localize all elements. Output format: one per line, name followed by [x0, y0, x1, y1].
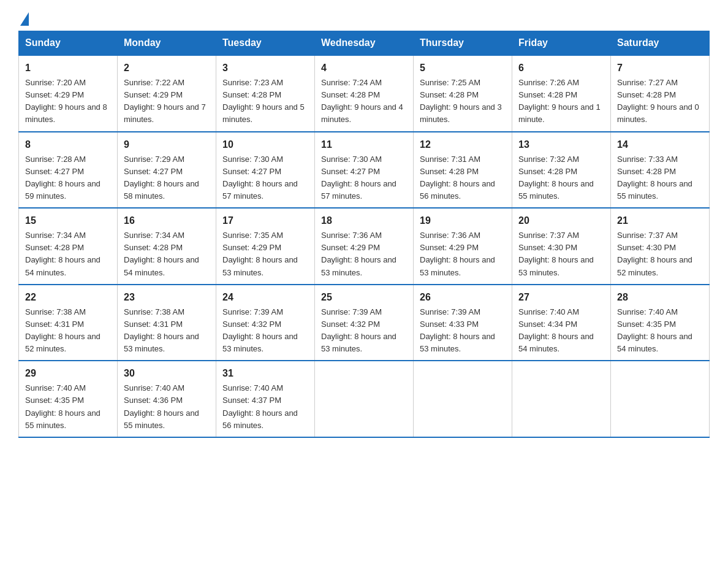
- calendar-cell: 9Sunrise: 7:29 AMSunset: 4:27 PMDaylight…: [118, 132, 216, 209]
- calendar-cell: 6Sunrise: 7:26 AMSunset: 4:28 PMDaylight…: [512, 55, 611, 132]
- day-info: Sunrise: 7:40 AMSunset: 4:35 PMDaylight:…: [617, 306, 703, 356]
- calendar-cell: [315, 361, 414, 437]
- calendar-week-row: 29Sunrise: 7:40 AMSunset: 4:35 PMDayligh…: [19, 361, 710, 437]
- day-info: Sunrise: 7:32 AMSunset: 4:28 PMDaylight:…: [518, 153, 604, 203]
- day-info: Sunrise: 7:38 AMSunset: 4:31 PMDaylight:…: [25, 306, 111, 356]
- day-info: Sunrise: 7:22 AMSunset: 4:29 PMDaylight:…: [124, 77, 210, 126]
- day-info: Sunrise: 7:34 AMSunset: 4:28 PMDaylight:…: [25, 229, 111, 279]
- day-number: 5: [420, 61, 506, 75]
- calendar-cell: 23Sunrise: 7:38 AMSunset: 4:31 PMDayligh…: [118, 285, 216, 361]
- calendar-cell: 22Sunrise: 7:38 AMSunset: 4:31 PMDayligh…: [19, 285, 118, 361]
- calendar-cell: 26Sunrise: 7:39 AMSunset: 4:33 PMDayligh…: [414, 285, 512, 361]
- calendar-table: SundayMondayTuesdayWednesdayThursdayFrid…: [18, 31, 710, 438]
- calendar-week-row: 15Sunrise: 7:34 AMSunset: 4:28 PMDayligh…: [19, 208, 710, 285]
- calendar-cell: 18Sunrise: 7:36 AMSunset: 4:29 PMDayligh…: [315, 208, 414, 285]
- day-number: 10: [222, 137, 308, 152]
- day-number: 30: [124, 366, 210, 381]
- day-number: 17: [222, 213, 308, 228]
- calendar-cell: 12Sunrise: 7:31 AMSunset: 4:28 PMDayligh…: [414, 132, 512, 209]
- day-info: Sunrise: 7:30 AMSunset: 4:27 PMDaylight:…: [321, 153, 407, 203]
- calendar-cell: 10Sunrise: 7:30 AMSunset: 4:27 PMDayligh…: [216, 132, 315, 209]
- calendar-cell: 20Sunrise: 7:37 AMSunset: 4:30 PMDayligh…: [512, 208, 611, 285]
- weekday-header-wednesday: Wednesday: [315, 31, 414, 56]
- day-info: Sunrise: 7:30 AMSunset: 4:27 PMDaylight:…: [222, 153, 308, 203]
- calendar-week-row: 22Sunrise: 7:38 AMSunset: 4:31 PMDayligh…: [19, 285, 710, 361]
- day-info: Sunrise: 7:40 AMSunset: 4:36 PMDaylight:…: [124, 382, 210, 432]
- day-number: 13: [518, 137, 604, 152]
- weekday-header-friday: Friday: [512, 31, 611, 56]
- day-info: Sunrise: 7:26 AMSunset: 4:28 PMDaylight:…: [518, 77, 604, 126]
- logo: [18, 12, 29, 25]
- calendar-cell: 14Sunrise: 7:33 AMSunset: 4:28 PMDayligh…: [611, 132, 710, 209]
- day-info: Sunrise: 7:23 AMSunset: 4:28 PMDaylight:…: [222, 77, 308, 126]
- page-header: [18, 12, 710, 25]
- calendar-cell: 8Sunrise: 7:28 AMSunset: 4:27 PMDaylight…: [19, 132, 118, 209]
- weekday-header-monday: Monday: [118, 31, 216, 56]
- day-info: Sunrise: 7:28 AMSunset: 4:27 PMDaylight:…: [25, 153, 111, 203]
- day-info: Sunrise: 7:34 AMSunset: 4:28 PMDaylight:…: [124, 229, 210, 279]
- day-number: 19: [420, 213, 506, 228]
- calendar-cell: 19Sunrise: 7:36 AMSunset: 4:29 PMDayligh…: [414, 208, 512, 285]
- calendar-cell: [611, 361, 710, 437]
- calendar-cell: 31Sunrise: 7:40 AMSunset: 4:37 PMDayligh…: [216, 361, 315, 437]
- calendar-cell: 25Sunrise: 7:39 AMSunset: 4:32 PMDayligh…: [315, 285, 414, 361]
- calendar-cell: 30Sunrise: 7:40 AMSunset: 4:36 PMDayligh…: [118, 361, 216, 437]
- calendar-cell: 21Sunrise: 7:37 AMSunset: 4:30 PMDayligh…: [611, 208, 710, 285]
- day-number: 1: [25, 61, 111, 75]
- day-info: Sunrise: 7:39 AMSunset: 4:32 PMDaylight:…: [222, 306, 308, 356]
- day-number: 22: [25, 290, 111, 305]
- calendar-cell: 13Sunrise: 7:32 AMSunset: 4:28 PMDayligh…: [512, 132, 611, 209]
- calendar-week-row: 8Sunrise: 7:28 AMSunset: 4:27 PMDaylight…: [19, 132, 710, 209]
- day-info: Sunrise: 7:31 AMSunset: 4:28 PMDaylight:…: [420, 153, 506, 203]
- weekday-header-tuesday: Tuesday: [216, 31, 315, 56]
- weekday-header-saturday: Saturday: [611, 31, 710, 56]
- day-number: 23: [124, 290, 210, 305]
- logo-triangle-icon: [20, 12, 29, 26]
- day-number: 2: [124, 61, 210, 75]
- day-number: 12: [420, 137, 506, 152]
- calendar-cell: 4Sunrise: 7:24 AMSunset: 4:28 PMDaylight…: [315, 55, 414, 132]
- day-number: 14: [617, 137, 703, 152]
- day-number: 25: [321, 290, 407, 305]
- day-number: 21: [617, 213, 703, 228]
- calendar-cell: 1Sunrise: 7:20 AMSunset: 4:29 PMDaylight…: [19, 55, 118, 132]
- weekday-header-row: SundayMondayTuesdayWednesdayThursdayFrid…: [19, 31, 710, 56]
- weekday-header-thursday: Thursday: [414, 31, 512, 56]
- day-number: 28: [617, 290, 703, 305]
- calendar-cell: [414, 361, 512, 437]
- calendar-cell: 28Sunrise: 7:40 AMSunset: 4:35 PMDayligh…: [611, 285, 710, 361]
- day-info: Sunrise: 7:40 AMSunset: 4:34 PMDaylight:…: [518, 306, 604, 356]
- day-number: 9: [124, 137, 210, 152]
- day-number: 3: [222, 61, 308, 75]
- calendar-cell: 17Sunrise: 7:35 AMSunset: 4:29 PMDayligh…: [216, 208, 315, 285]
- day-info: Sunrise: 7:40 AMSunset: 4:35 PMDaylight:…: [25, 382, 111, 432]
- calendar-cell: 7Sunrise: 7:27 AMSunset: 4:28 PMDaylight…: [611, 55, 710, 132]
- day-info: Sunrise: 7:38 AMSunset: 4:31 PMDaylight:…: [124, 306, 210, 356]
- calendar-cell: 5Sunrise: 7:25 AMSunset: 4:28 PMDaylight…: [414, 55, 512, 132]
- day-info: Sunrise: 7:27 AMSunset: 4:28 PMDaylight:…: [617, 77, 703, 126]
- calendar-cell: 11Sunrise: 7:30 AMSunset: 4:27 PMDayligh…: [315, 132, 414, 209]
- day-info: Sunrise: 7:36 AMSunset: 4:29 PMDaylight:…: [420, 229, 506, 279]
- day-info: Sunrise: 7:35 AMSunset: 4:29 PMDaylight:…: [222, 229, 308, 279]
- calendar-cell: [512, 361, 611, 437]
- day-info: Sunrise: 7:36 AMSunset: 4:29 PMDaylight:…: [321, 229, 407, 279]
- calendar-cell: 29Sunrise: 7:40 AMSunset: 4:35 PMDayligh…: [19, 361, 118, 437]
- day-number: 29: [25, 366, 111, 381]
- calendar-week-row: 1Sunrise: 7:20 AMSunset: 4:29 PMDaylight…: [19, 55, 710, 132]
- calendar-cell: 2Sunrise: 7:22 AMSunset: 4:29 PMDaylight…: [118, 55, 216, 132]
- day-number: 11: [321, 137, 407, 152]
- day-number: 27: [518, 290, 604, 305]
- calendar-cell: 16Sunrise: 7:34 AMSunset: 4:28 PMDayligh…: [118, 208, 216, 285]
- calendar-cell: 15Sunrise: 7:34 AMSunset: 4:28 PMDayligh…: [19, 208, 118, 285]
- day-info: Sunrise: 7:37 AMSunset: 4:30 PMDaylight:…: [617, 229, 703, 279]
- calendar-cell: 3Sunrise: 7:23 AMSunset: 4:28 PMDaylight…: [216, 55, 315, 132]
- day-number: 7: [617, 61, 703, 75]
- day-info: Sunrise: 7:39 AMSunset: 4:33 PMDaylight:…: [420, 306, 506, 356]
- day-number: 18: [321, 213, 407, 228]
- day-info: Sunrise: 7:39 AMSunset: 4:32 PMDaylight:…: [321, 306, 407, 356]
- calendar-cell: 27Sunrise: 7:40 AMSunset: 4:34 PMDayligh…: [512, 285, 611, 361]
- day-number: 20: [518, 213, 604, 228]
- day-number: 8: [25, 137, 111, 152]
- day-number: 26: [420, 290, 506, 305]
- day-info: Sunrise: 7:25 AMSunset: 4:28 PMDaylight:…: [420, 77, 506, 126]
